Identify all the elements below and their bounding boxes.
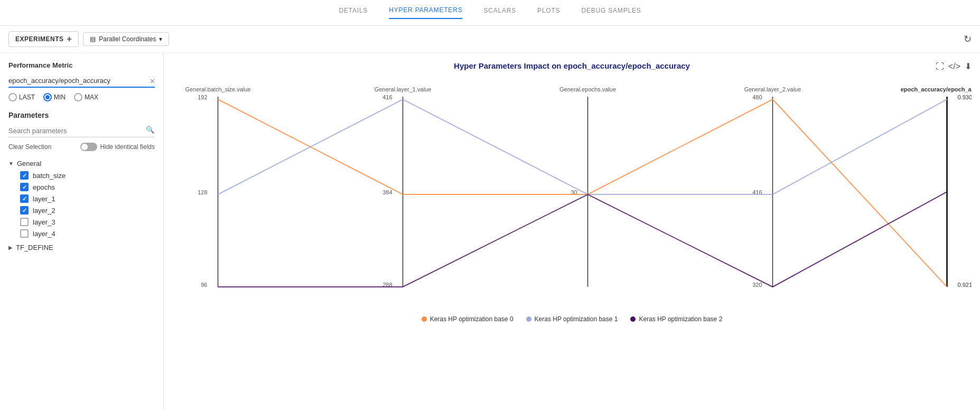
parameters-title: Parameters: [8, 111, 155, 119]
param-layer-2[interactable]: ✓ layer_2: [8, 204, 155, 216]
group-general-label: General: [17, 160, 41, 167]
chart-icon: ▤: [90, 35, 96, 43]
hide-identical-toggle[interactable]: Hide identical fields: [80, 143, 155, 151]
chevron-right-icon: ▶: [8, 245, 13, 250]
svg-text:General.layer_2.value: General.layer_2.value: [744, 86, 801, 92]
legend-dot-2: [630, 316, 636, 322]
sidebar: Performance Metric × LAST MIN MAX Parame…: [0, 53, 164, 410]
param-batch-size[interactable]: ✓ batch_size: [8, 170, 155, 181]
performance-metric-wrap: ×: [8, 74, 155, 88]
clear-hide-row: Clear Selection Hide identical fields: [8, 143, 155, 151]
param-epochs[interactable]: ✓ epochs: [8, 181, 155, 193]
clear-selection-button[interactable]: Clear Selection: [8, 143, 51, 151]
parallel-coordinates-button[interactable]: ▤ Parallel Coordinates ▾: [83, 32, 169, 46]
legend-label-2: Keras HP optimization base 2: [639, 315, 722, 323]
svg-text:416: 416: [382, 94, 392, 100]
param-batch-size-label: batch_size: [33, 172, 66, 180]
param-layer-1-label: layer_1: [33, 195, 55, 203]
checkbox-epochs[interactable]: ✓: [20, 183, 29, 191]
group-general: ▼ General ✓ batch_size ✓ epochs ✓ layer_…: [8, 157, 155, 239]
search-params-input[interactable]: [8, 125, 155, 137]
legend-label-1: Keras HP optimization base 1: [535, 315, 618, 323]
radio-max-circle: [74, 93, 82, 101]
radio-max[interactable]: MAX: [74, 93, 98, 101]
tab-hyper-parameters[interactable]: HYPER PARAMETERS: [389, 6, 462, 19]
svg-text:320: 320: [752, 282, 762, 288]
svg-text:General.layer_1.value: General.layer_1.value: [375, 86, 432, 92]
group-tf-define-header[interactable]: ▶ TF_DEFINE: [8, 241, 155, 254]
download-button[interactable]: ⬇: [965, 61, 972, 71]
group-general-header[interactable]: ▼ General: [8, 157, 155, 170]
checkbox-batch-size[interactable]: ✓: [20, 171, 29, 180]
tab-details[interactable]: DETAILS: [339, 7, 368, 18]
refresh-button[interactable]: ↻: [964, 33, 972, 45]
main-layout: Performance Metric × LAST MIN MAX Parame…: [0, 53, 980, 410]
svg-text:0.9212333559989929: 0.9212333559989929: [958, 282, 972, 288]
tab-scalars[interactable]: SCALARS: [483, 7, 516, 18]
radio-group: LAST MIN MAX: [8, 93, 155, 101]
svg-text:480: 480: [752, 94, 762, 100]
legend-item-1: Keras HP optimization base 1: [526, 315, 618, 323]
chart-actions: ⛶ </> ⬇: [936, 61, 972, 71]
performance-metric-title: Performance Metric: [8, 61, 155, 69]
param-layer-3-label: layer_3: [33, 218, 55, 226]
clear-metric-button[interactable]: ×: [150, 77, 155, 86]
svg-text:384: 384: [382, 189, 392, 195]
group-tf-define: ▶ TF_DEFINE: [8, 241, 155, 254]
add-icon: +: [67, 34, 72, 44]
chart-container: General.batch_size.value General.layer_1…: [172, 81, 972, 303]
checkbox-layer-1[interactable]: ✓: [20, 194, 29, 203]
legend-dot-1: [526, 316, 531, 322]
legend-dot-0: [422, 316, 427, 322]
radio-last-circle: [8, 93, 17, 101]
legend-label-0: Keras HP optimization base 0: [430, 315, 514, 323]
svg-text:General.batch_size.value: General.batch_size.value: [185, 86, 250, 92]
legend-item-2: Keras HP optimization base 2: [630, 315, 722, 323]
svg-text:192: 192: [198, 94, 207, 100]
tab-debug-samples[interactable]: DEBUG SAMPLES: [581, 7, 641, 18]
parameters-section: Parameters 🔍 Clear Selection Hide identi…: [8, 111, 155, 254]
search-params-wrap: 🔍: [8, 125, 155, 137]
toolbar-right: ↻: [964, 33, 972, 45]
performance-metric-input[interactable]: [8, 74, 155, 88]
checkbox-layer-3[interactable]: [20, 218, 29, 226]
code-button[interactable]: </>: [948, 61, 960, 71]
search-icon[interactable]: 🔍: [146, 126, 155, 134]
parallel-label: Parallel Coordinates: [99, 35, 156, 43]
toggle-knob: [81, 144, 88, 150]
toggle-switch[interactable]: [80, 143, 97, 151]
chevron-down-icon: ▼: [8, 161, 14, 166]
svg-text:General.epochs.value: General.epochs.value: [559, 86, 616, 92]
chart-svg: General.batch_size.value General.layer_1…: [172, 81, 972, 303]
svg-text:96: 96: [201, 282, 207, 288]
legend-item-0: Keras HP optimization base 0: [422, 315, 514, 323]
tab-plots[interactable]: PLOTS: [537, 7, 560, 18]
radio-max-label: MAX: [85, 94, 98, 101]
dropdown-icon: ▾: [159, 35, 162, 43]
param-layer-4[interactable]: layer_4: [8, 228, 155, 239]
param-layer-4-label: layer_4: [33, 230, 55, 238]
param-layer-3[interactable]: layer_3: [8, 216, 155, 228]
fullscreen-button[interactable]: ⛶: [936, 61, 944, 71]
radio-min-label: MIN: [54, 94, 66, 101]
param-epochs-label: epochs: [33, 183, 55, 191]
legend: Keras HP optimization base 0 Keras HP op…: [172, 315, 972, 323]
experiments-button[interactable]: EXPERIMENTS +: [8, 31, 79, 47]
checkbox-layer-4[interactable]: [20, 229, 29, 238]
toolbar: EXPERIMENTS + ▤ Parallel Coordinates ▾ ↻: [0, 26, 980, 53]
chart-title: Hyper Parameters Impact on epoch_accurac…: [172, 61, 972, 70]
radio-last-label: LAST: [19, 94, 35, 101]
experiments-label: EXPERIMENTS: [15, 35, 64, 43]
content-area: Hyper Parameters Impact on epoch_accurac…: [164, 53, 980, 410]
radio-last[interactable]: LAST: [8, 93, 35, 101]
svg-text:epoch_accuracy/epoch_accuracy: epoch_accuracy/epoch_accuracy: [901, 86, 972, 92]
param-layer-1[interactable]: ✓ layer_1: [8, 193, 155, 204]
param-layer-2-label: layer_2: [33, 207, 55, 215]
top-nav: DETAILS HYPER PARAMETERS SCALARS PLOTS D…: [0, 0, 980, 26]
group-tf-define-label: TF_DEFINE: [16, 244, 53, 251]
checkbox-layer-2[interactable]: ✓: [20, 206, 29, 215]
svg-text:0.9300000071525574: 0.9300000071525574: [958, 94, 972, 100]
hide-identical-label: Hide identical fields: [100, 143, 155, 151]
radio-min-circle: [43, 93, 52, 101]
radio-min[interactable]: MIN: [43, 93, 66, 101]
